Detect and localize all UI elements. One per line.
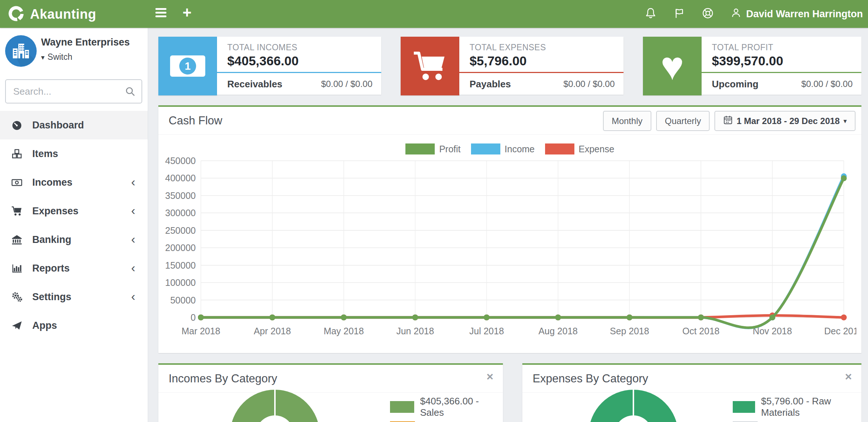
expenses-category-legend: $5,796.00 - Raw Materials $0.00 - Other bbox=[733, 396, 861, 422]
search-input[interactable] bbox=[13, 80, 123, 103]
money-bill-icon: 1 bbox=[158, 37, 217, 95]
brand[interactable]: Akaunting bbox=[7, 5, 96, 24]
svg-text:Jun 2018: Jun 2018 bbox=[396, 326, 434, 336]
shopping-cart-icon bbox=[10, 205, 24, 217]
brand-name: Akaunting bbox=[30, 7, 96, 22]
card-footer-value: $0.00 / $0.00 bbox=[563, 79, 615, 89]
incomes-by-category-panel: Incomes By Category × $405,366.00 - Sale… bbox=[158, 363, 503, 422]
svg-text:Oct 2018: Oct 2018 bbox=[682, 326, 719, 336]
cubes-icon bbox=[10, 148, 24, 159]
money-bill-icon bbox=[10, 177, 24, 188]
expenses-by-category-title: Expenses By Category bbox=[533, 372, 648, 385]
chevron-left-icon: ‹ bbox=[131, 204, 135, 217]
cash-flow-line-chart: 0500001000001500002000002500003000003500… bbox=[163, 156, 856, 341]
user-name: David Warren Harrington bbox=[746, 8, 863, 20]
svg-text:50000: 50000 bbox=[170, 295, 196, 305]
gears-icon bbox=[10, 291, 24, 302]
legend-swatch bbox=[471, 143, 500, 154]
chevron-left-icon: ‹ bbox=[131, 233, 135, 245]
legend-row: $405,366.00 - Sales bbox=[390, 396, 503, 418]
caret-down-icon: ▾ bbox=[843, 117, 847, 125]
sidebar-item-expenses[interactable]: Expenses ‹ bbox=[0, 197, 148, 225]
sidebar-menu: Dashboard Items Incomes ‹ Expenses ‹ bbox=[0, 111, 148, 340]
legend-swatch bbox=[390, 401, 414, 413]
shopping-cart-icon bbox=[401, 37, 459, 95]
help-lifering-icon[interactable] bbox=[701, 7, 714, 21]
svg-text:400000: 400000 bbox=[165, 173, 196, 183]
svg-text:Mar 2018: Mar 2018 bbox=[181, 326, 220, 336]
company-section: Wayne Enterprises ▾Switch bbox=[0, 28, 148, 79]
svg-text:300000: 300000 bbox=[165, 208, 196, 218]
caret-down-icon: ▾ bbox=[41, 54, 45, 61]
legend-item-profit[interactable]: Profit bbox=[405, 143, 460, 154]
svg-text:350000: 350000 bbox=[165, 190, 196, 201]
company-switch-link[interactable]: ▾Switch bbox=[41, 52, 72, 62]
calendar-icon bbox=[723, 115, 733, 127]
chart-legend: Profit Income Expense bbox=[158, 143, 861, 154]
user-menu[interactable]: David Warren Harrington bbox=[730, 7, 863, 22]
chevron-left-icon: ‹ bbox=[131, 290, 135, 302]
hamburger-menu-icon[interactable] bbox=[155, 8, 168, 19]
svg-text:200000: 200000 bbox=[165, 243, 196, 253]
sidebar-item-settings[interactable]: Settings ‹ bbox=[0, 283, 148, 311]
chevron-left-icon: ‹ bbox=[131, 261, 135, 274]
card-footer-value: $0.00 / $0.00 bbox=[801, 79, 853, 89]
card-label: TOTAL EXPENSES bbox=[470, 43, 546, 52]
incomes-by-category-title: Incomes By Category bbox=[169, 372, 277, 385]
sidebar-item-apps[interactable]: Apps bbox=[0, 311, 148, 340]
expenses-donut-chart bbox=[589, 390, 678, 422]
close-icon[interactable]: × bbox=[486, 370, 493, 383]
legend-swatch bbox=[733, 401, 755, 413]
quick-add-button[interactable]: + bbox=[183, 4, 192, 21]
quarterly-button[interactable]: Quarterly bbox=[656, 111, 710, 131]
chevron-left-icon: ‹ bbox=[131, 175, 135, 188]
paper-plane-icon bbox=[10, 320, 24, 331]
sidebar-item-reports[interactable]: Reports ‹ bbox=[0, 254, 148, 283]
language-flag-icon[interactable] bbox=[673, 7, 686, 21]
monthly-button[interactable]: Monthly bbox=[603, 111, 651, 131]
card-value: $405,366.00 bbox=[227, 54, 299, 68]
date-range-button[interactable]: 1 Mar 2018 - 29 Dec 2018 ▾ bbox=[714, 111, 856, 131]
navbar-right: David Warren Harrington bbox=[644, 0, 863, 28]
total-expenses-card: TOTAL EXPENSES $5,796.00 Payables $0.00 … bbox=[401, 37, 624, 95]
company-name: Wayne Enterprises bbox=[41, 37, 130, 48]
svg-text:100000: 100000 bbox=[165, 277, 196, 288]
sidebar-item-dashboard[interactable]: Dashboard bbox=[0, 111, 148, 139]
notifications-bell-icon[interactable] bbox=[644, 7, 657, 21]
svg-text:Dec 2018: Dec 2018 bbox=[824, 326, 856, 336]
company-avatar bbox=[5, 35, 37, 68]
sidebar-item-items[interactable]: Items bbox=[0, 139, 148, 168]
search-icon bbox=[125, 86, 136, 98]
svg-text:0: 0 bbox=[191, 312, 196, 323]
svg-text:Jul 2018: Jul 2018 bbox=[469, 326, 504, 336]
legend-swatch bbox=[405, 143, 435, 154]
svg-text:Sep 2018: Sep 2018 bbox=[610, 326, 649, 336]
legend-swatch bbox=[545, 143, 574, 154]
akaunting-dashboard: { "icons": { "caret_down": "▾", "chevron… bbox=[0, 0, 868, 422]
total-incomes-card: 1 TOTAL INCOMES $405,366.00 Receivables … bbox=[158, 37, 381, 95]
sidebar-item-banking[interactable]: Banking ‹ bbox=[0, 225, 148, 254]
akaunting-logo-icon bbox=[7, 5, 25, 24]
top-navbar: Akaunting + David Warren Harrington bbox=[0, 0, 868, 28]
card-footer-label: Payables bbox=[470, 79, 511, 90]
legend-item-expense[interactable]: Expense bbox=[545, 143, 614, 154]
card-value: $399,570.00 bbox=[712, 54, 783, 68]
card-label: TOTAL PROFIT bbox=[712, 43, 773, 52]
sidebar-item-incomes[interactable]: Incomes ‹ bbox=[0, 168, 148, 197]
bank-icon bbox=[10, 234, 24, 245]
cash-flow-title: Cash Flow bbox=[169, 114, 222, 127]
card-footer-value: $0.00 / $0.00 bbox=[321, 79, 372, 89]
svg-text:Apr 2018: Apr 2018 bbox=[254, 326, 291, 336]
card-divider bbox=[702, 72, 861, 73]
legend-item-income[interactable]: Income bbox=[471, 143, 535, 154]
bar-chart-icon bbox=[10, 263, 24, 274]
total-profit-card: ♥ TOTAL PROFIT $399,570.00 Upcoming $0.0… bbox=[643, 37, 861, 95]
expenses-by-category-panel: Expenses By Category × $5,796.00 - Raw M… bbox=[522, 363, 861, 422]
card-value: $5,796.00 bbox=[470, 54, 527, 68]
cash-flow-panel: Cash Flow Monthly Quarterly 1 Mar 2018 -… bbox=[158, 105, 861, 353]
incomes-category-legend: $405,366.00 - Sales $0.00 - Deposit bbox=[390, 396, 503, 422]
svg-text:150000: 150000 bbox=[165, 260, 196, 270]
card-divider bbox=[217, 72, 381, 73]
svg-text:450000: 450000 bbox=[165, 156, 196, 166]
close-icon[interactable]: × bbox=[845, 370, 852, 383]
